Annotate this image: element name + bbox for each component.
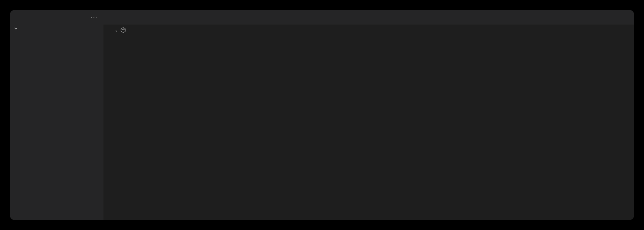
sidebar: ··· [10, 10, 103, 220]
symbol-method-icon [120, 27, 126, 35]
chevron-right-icon: › [115, 27, 117, 34]
line-number-gutter [103, 37, 133, 220]
main-area: › [103, 10, 634, 220]
tab-bar [103, 10, 634, 25]
code-editor[interactable] [103, 37, 634, 220]
code-content[interactable] [133, 37, 634, 220]
more-actions-icon[interactable]: ··· [91, 14, 98, 21]
file-tree [10, 33, 103, 220]
breadcrumbs[interactable]: › [103, 25, 634, 37]
sidebar-header: ··· [10, 10, 103, 24]
editor-window: ··· › [10, 10, 634, 220]
folder-header[interactable] [10, 24, 103, 33]
chevron-down-icon [14, 26, 18, 31]
